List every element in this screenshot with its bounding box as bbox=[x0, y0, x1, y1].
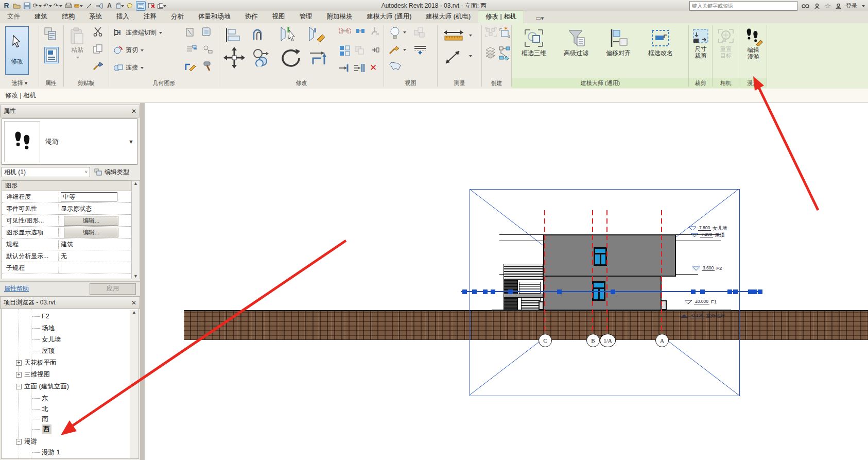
section-icon[interactable] bbox=[126, 2, 134, 10]
redo-icon[interactable]: ↷ bbox=[54, 2, 62, 10]
tag-icon[interactable] bbox=[95, 2, 103, 10]
tab-collaborate[interactable]: 协作 bbox=[238, 11, 265, 23]
beam-cutback-icon[interactable] bbox=[201, 26, 212, 38]
match-type-brush-icon[interactable] bbox=[93, 60, 104, 71]
tab-annotate[interactable]: 注释 bbox=[136, 11, 164, 23]
linework-brush-icon[interactable] bbox=[388, 44, 401, 55]
modify-tool-button[interactable]: 修改 bbox=[5, 26, 29, 75]
box-select-rename-button[interactable]: 框选改名 bbox=[640, 28, 681, 58]
revit-logo-icon[interactable]: R bbox=[2, 2, 11, 10]
trim-multiple-icon[interactable] bbox=[353, 62, 366, 74]
tab-systems[interactable]: 系统 bbox=[82, 11, 109, 23]
tab-modify-camera[interactable]: 修改 | 相机 bbox=[478, 10, 524, 23]
sync-icon[interactable]: ⟳ bbox=[33, 2, 42, 10]
edit-profile-icon[interactable] bbox=[184, 60, 197, 72]
type-selector-dropdown-icon[interactable]: ▼ bbox=[128, 139, 134, 145]
size-crop-button[interactable]: 尺寸裁剪 bbox=[690, 27, 711, 59]
panel-select-label[interactable]: 选择 ▾ bbox=[1, 78, 38, 88]
advanced-filter-button[interactable]: 高级过滤 bbox=[556, 28, 596, 58]
scroll-up-icon[interactable]: ▲ bbox=[133, 181, 138, 186]
unpin-icon[interactable] bbox=[370, 26, 380, 36]
reveal-hidden-lightbulb-icon[interactable] bbox=[389, 26, 401, 40]
properties-scrollbar[interactable]: ▲ ▼ bbox=[131, 180, 140, 279]
close-hidden-icon[interactable] bbox=[147, 2, 156, 10]
path-keyframe-handle[interactable] bbox=[753, 289, 757, 294]
open-icon[interactable] bbox=[12, 2, 21, 10]
path-keyframe-handle[interactable] bbox=[758, 289, 762, 294]
tree-item-walkthroughs[interactable]: −漫游 bbox=[16, 436, 37, 447]
apply-button[interactable]: 应用 bbox=[90, 283, 136, 295]
unjoin-icon[interactable] bbox=[185, 44, 198, 54]
path-keyframe-handle[interactable] bbox=[472, 289, 477, 294]
measure-ruler-icon[interactable] bbox=[442, 28, 465, 42]
path-keyframe-handle[interactable] bbox=[611, 289, 615, 294]
project-browser-close-icon[interactable]: ✕ bbox=[131, 300, 136, 306]
wall-joins-icon[interactable] bbox=[185, 26, 197, 38]
path-keyframe-handle[interactable] bbox=[691, 289, 696, 294]
path-keyframe-handle[interactable] bbox=[557, 289, 562, 294]
copy-icon[interactable] bbox=[93, 44, 103, 54]
tree-item-parapet[interactable]: 女儿墙 bbox=[32, 334, 61, 345]
prop-row-parts-visibility[interactable]: 零件可见性 显示原状态 bbox=[2, 203, 138, 215]
sign-in-icon[interactable] bbox=[835, 3, 842, 9]
delete-icon[interactable]: ✕ bbox=[370, 62, 377, 73]
path-keyframe-handle[interactable] bbox=[700, 289, 705, 294]
create-group-icon[interactable] bbox=[485, 26, 500, 40]
array-icon[interactable] bbox=[339, 45, 351, 56]
tree-item-walkthrough-1[interactable]: 漫游 1 bbox=[32, 447, 60, 457]
scope-box-glasses-icon[interactable] bbox=[388, 61, 402, 72]
prop-row-sub-discipline[interactable]: 子规程 bbox=[2, 262, 138, 274]
tab-mjds-mep[interactable]: 建模大师 (机电) bbox=[419, 11, 478, 23]
tab-analyze[interactable]: 分析 bbox=[164, 11, 191, 23]
text-icon[interactable]: A bbox=[105, 2, 114, 10]
path-keyframe-handle[interactable] bbox=[727, 289, 732, 294]
tree-item-roof[interactable]: 屋顶 bbox=[32, 346, 55, 356]
tab-manage[interactable]: 管理 bbox=[292, 11, 320, 23]
edit-walkthrough-button[interactable]: 编辑漫游 bbox=[741, 27, 765, 60]
align-dim-icon[interactable] bbox=[339, 26, 351, 36]
cope-button[interactable]: 连接端切割 bbox=[113, 26, 162, 39]
tree-item-f2[interactable]: F2 bbox=[32, 311, 49, 321]
cut-geometry-button[interactable]: 剪切 bbox=[113, 44, 144, 56]
join-geometry-button[interactable]: 连接 bbox=[113, 61, 144, 74]
align-icon[interactable] bbox=[224, 27, 242, 43]
browser-scrollbar[interactable]: ▲ bbox=[130, 310, 138, 459]
type-selector[interactable]: 漫游 ▼ bbox=[2, 118, 137, 165]
expand-icon[interactable]: + bbox=[16, 360, 22, 366]
scroll-down-icon[interactable]: ▼ bbox=[133, 274, 138, 279]
properties-palette-icon[interactable] bbox=[44, 27, 58, 41]
tab-file[interactable]: 文件 bbox=[0, 11, 27, 23]
tab-mjds-general[interactable]: 建模大师 (通用) bbox=[360, 11, 419, 23]
box-select-3d-button[interactable]: 框选三维 bbox=[514, 28, 554, 58]
measure-icon[interactable] bbox=[74, 2, 83, 10]
prop-row-visibility-graphics[interactable]: 可见性/图形... 编辑... bbox=[2, 215, 138, 227]
path-keyframe-handle[interactable] bbox=[483, 289, 488, 294]
tree-item-east[interactable]: 东 bbox=[32, 393, 48, 403]
offset-align-button[interactable]: 偏移对齐 bbox=[598, 28, 638, 58]
cut-profile-icon[interactable] bbox=[202, 44, 213, 54]
visibility-edit-button[interactable]: 编辑... bbox=[64, 216, 118, 226]
tree-item-north[interactable]: 北 bbox=[32, 404, 48, 414]
tree-item-west[interactable]: 西 bbox=[32, 424, 51, 434]
comm-center-icon[interactable] bbox=[814, 3, 821, 9]
path-keyframe-handle[interactable] bbox=[462, 289, 467, 294]
3d-view-icon[interactable] bbox=[115, 2, 124, 10]
scale-icon[interactable] bbox=[354, 45, 366, 55]
properties-close-icon[interactable]: ✕ bbox=[131, 108, 136, 114]
undo-icon[interactable]: ↶ bbox=[43, 2, 52, 10]
tree-item-south[interactable]: 南 bbox=[32, 414, 48, 424]
path-keyframe-handle[interactable] bbox=[748, 289, 753, 294]
detail-level-dropdown[interactable]: 中等 bbox=[61, 192, 117, 201]
move-icon[interactable] bbox=[223, 47, 245, 69]
mirror-icon[interactable] bbox=[308, 47, 331, 67]
dimension-diagonal-icon[interactable] bbox=[443, 48, 463, 66]
paste-button[interactable]: 粘贴 bbox=[67, 27, 88, 59]
tab-addins[interactable]: 附加模块 bbox=[320, 11, 360, 23]
tab-insert[interactable]: 插入 bbox=[109, 11, 136, 23]
demolish-hammer-icon[interactable] bbox=[202, 60, 213, 72]
collapse-icon[interactable]: − bbox=[16, 384, 22, 389]
rotate-icon[interactable] bbox=[280, 47, 303, 69]
expand-icon[interactable]: + bbox=[16, 372, 22, 378]
offset-icon[interactable] bbox=[251, 27, 269, 43]
displace-elements-icon[interactable] bbox=[413, 26, 426, 39]
